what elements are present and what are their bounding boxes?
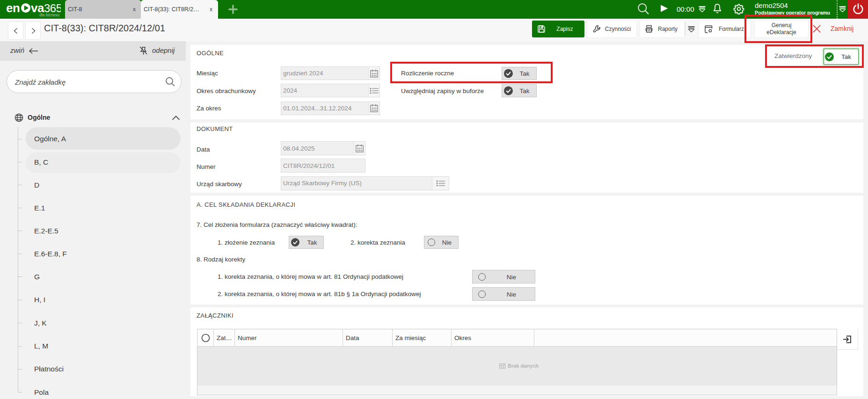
svg-text:en: en xyxy=(7,1,20,15)
svg-text:dla biznesu: dla biznesu xyxy=(39,13,59,17)
